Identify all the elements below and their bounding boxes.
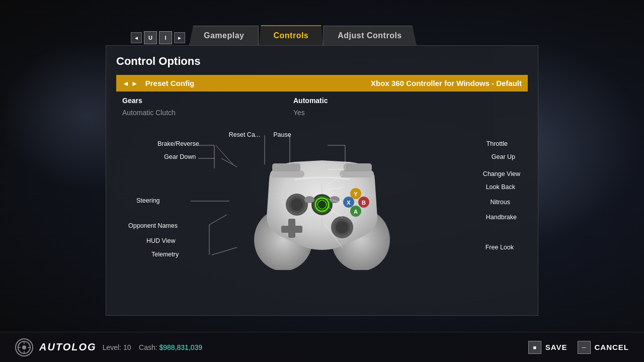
section-title: Control Options: [116, 55, 528, 68]
preset-left-arrow[interactable]: ◄: [122, 79, 129, 87]
label-opponent-names: Opponent Names: [128, 222, 178, 229]
left-arrow[interactable]: ◄: [131, 32, 142, 43]
controller-icon-u: U: [144, 31, 157, 44]
svg-point-14: [336, 221, 348, 233]
svg-text:Y: Y: [354, 191, 358, 197]
svg-point-49: [22, 345, 26, 349]
label-nitrous: Nitrous: [490, 199, 510, 206]
option-row-gears[interactable]: Gears Automatic: [122, 95, 522, 107]
level-info: Level: 10 Cash: $988,831,039: [103, 343, 203, 351]
preset-right-arrow[interactable]: ►: [131, 79, 138, 87]
label-reset-car: Reset Ca...: [229, 131, 261, 138]
tab-adjust-controls[interactable]: Adjust Controls: [323, 26, 417, 45]
controller-svg: Y X B A: [229, 139, 415, 272]
save-button[interactable]: ■ SAVE: [528, 341, 568, 354]
status-bar: AUTOLOG Level: 10 Cash: $988,831,039 ■ S…: [0, 332, 644, 362]
label-throttle: Throttle: [487, 140, 508, 147]
preset-config-row[interactable]: ◄ ► Preset Config Xbox 360 Controller fo…: [116, 75, 528, 92]
cancel-icon: ─: [578, 341, 591, 354]
svg-line-46: [209, 215, 227, 225]
tab-controls[interactable]: Controls: [259, 25, 323, 45]
label-hud-view: HUD View: [146, 237, 175, 244]
option-value-gears: Automatic: [293, 97, 328, 105]
preset-arrows[interactable]: ◄ ►: [122, 79, 138, 87]
label-gear-up: Gear Up: [492, 153, 515, 160]
status-buttons: ■ SAVE ─ CANCEL: [528, 341, 629, 354]
label-steering: Steering: [136, 197, 160, 204]
preset-value: Xbox 360 Controller for Windows - Defaul…: [371, 79, 522, 87]
autolog-label: AUTOLOG: [39, 341, 97, 353]
label-telemetry: Telemetry: [151, 251, 179, 258]
label-pause: Pause: [273, 131, 291, 138]
label-gear-down: Gear Down: [164, 153, 196, 160]
cancel-label: CANCEL: [595, 343, 629, 351]
autolog-section: AUTOLOG Level: 10 Cash: $988,831,039: [15, 338, 528, 356]
option-value-clutch: Yes: [293, 109, 305, 117]
svg-rect-6: [344, 163, 372, 171]
cash-label: Cash:: [139, 343, 157, 351]
svg-point-20: [330, 196, 340, 203]
svg-point-11: [291, 199, 303, 211]
label-free-look: Free Look: [486, 244, 514, 251]
controller-icon-i: I: [159, 31, 172, 44]
tab-bar: ◄ U I ► Gameplay Controls Adjust Control…: [106, 25, 538, 45]
controller-area: Y X B A Brake/Reverse Gear Down Ste: [116, 124, 528, 305]
option-name-gears: Gears: [122, 97, 293, 105]
option-name-clutch: Automatic Clutch: [122, 109, 293, 117]
autolog-icon: [15, 338, 33, 356]
svg-rect-3: [270, 170, 304, 177]
svg-text:A: A: [354, 209, 358, 215]
tab-gameplay[interactable]: Gameplay: [189, 26, 259, 45]
level-value: 10: [123, 343, 131, 351]
content-area: Control Options ◄ ► Preset Config Xbox 3…: [106, 45, 538, 316]
svg-rect-4: [340, 170, 374, 177]
save-label: SAVE: [545, 343, 568, 351]
option-row-clutch[interactable]: Automatic Clutch Yes: [122, 107, 522, 119]
svg-point-19: [304, 196, 314, 203]
svg-text:X: X: [347, 200, 351, 206]
label-handbrake: Handbrake: [486, 214, 517, 221]
ui-panel: ◄ U I ► Gameplay Controls Adjust Control…: [106, 25, 538, 317]
label-change-view: Change View: [483, 170, 520, 177]
svg-rect-5: [272, 163, 300, 171]
preset-label: Preset Config: [145, 79, 371, 87]
label-look-back: Look Back: [486, 184, 515, 191]
svg-rect-8: [281, 226, 302, 233]
options-rows: Gears Automatic Automatic Clutch Yes: [116, 92, 528, 122]
tab-nav-arrows: ◄ U I ►: [131, 31, 185, 44]
level-label: Level:: [103, 343, 121, 351]
cash-value: $988,831,039: [159, 343, 203, 351]
save-icon: ■: [528, 341, 541, 354]
cancel-button[interactable]: ─ CANCEL: [578, 341, 629, 354]
bg-car-left: [0, 40, 111, 191]
label-brake-reverse: Brake/Reverse: [157, 140, 199, 147]
right-arrow[interactable]: ►: [174, 32, 185, 43]
svg-text:B: B: [362, 200, 366, 206]
